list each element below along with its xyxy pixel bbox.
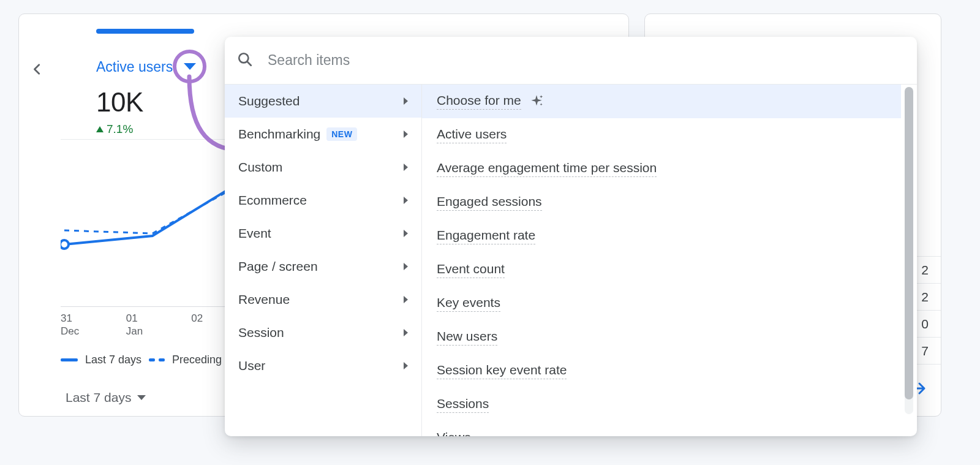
category-item[interactable]: Session: [225, 316, 421, 349]
chevron-right-icon: [404, 263, 408, 270]
metric-item-label: Active users: [437, 127, 507, 143]
metric-item[interactable]: Choose for me: [422, 85, 901, 118]
svg-point-0: [61, 240, 69, 249]
metric-item-label: Sessions: [437, 396, 489, 413]
date-range-label: Last 7 days: [66, 390, 131, 405]
search-icon: [237, 51, 253, 70]
category-label: Custom: [238, 160, 282, 175]
metric-change: 7.1%: [96, 123, 206, 136]
category-label: Suggested: [238, 94, 300, 108]
cell-value: 0: [921, 317, 929, 331]
metric-block: Active users 10K 7.1%: [96, 51, 206, 136]
category-label: Event: [238, 226, 271, 241]
metric-item-label: Average engagement time per session: [437, 161, 657, 177]
legend-swatch-solid: [61, 358, 78, 361]
category-item[interactable]: Event: [225, 217, 421, 250]
chevron-right-icon: [404, 164, 408, 171]
category-column: SuggestedBenchmarkingNEWCustomEcommerceE…: [225, 85, 422, 436]
chevron-right-icon: [404, 230, 408, 237]
metric-item-label: Engagement rate: [437, 228, 535, 244]
metric-item[interactable]: Key events: [422, 287, 901, 320]
cell-value: 2: [921, 263, 929, 278]
metric-item[interactable]: Event count: [422, 253, 901, 287]
arrow-up-icon: [96, 126, 104, 132]
prev-button[interactable]: [31, 58, 44, 83]
legend-current: Last 7 days: [85, 353, 141, 366]
category-label: Session: [238, 325, 284, 340]
category-label: User: [238, 358, 265, 373]
tick-day: 31: [61, 312, 126, 325]
date-range-selector[interactable]: Last 7 days: [66, 390, 146, 405]
cell-value: 7: [921, 344, 929, 358]
metric-title-text: Active users: [96, 59, 173, 75]
category-item[interactable]: User: [225, 349, 421, 382]
metric-dropdown[interactable]: Active users: [96, 51, 206, 83]
metric-item[interactable]: Engagement rate: [422, 219, 901, 253]
category-item[interactable]: BenchmarkingNEW: [225, 118, 421, 151]
metric-item[interactable]: New users: [422, 320, 901, 354]
metric-item-label: Key events: [437, 295, 500, 312]
metric-item-label: Choose for me: [437, 93, 521, 110]
chevron-right-icon: [404, 97, 408, 105]
category-item[interactable]: Ecommerce: [225, 184, 421, 217]
metric-caret-button[interactable]: [173, 50, 206, 83]
caret-down-icon: [184, 63, 196, 70]
tick-day: 01: [126, 312, 192, 325]
search-bar: [225, 37, 917, 85]
sparkle-icon: [529, 94, 545, 110]
metric-item[interactable]: Sessions: [422, 388, 901, 422]
category-item[interactable]: Page / screen: [225, 250, 421, 283]
metric-item[interactable]: Engaged sessions: [422, 186, 901, 219]
metric-item[interactable]: Views: [422, 422, 901, 436]
chevron-right-icon: [404, 362, 408, 369]
tick-mon: Dec: [61, 325, 126, 338]
metric-value: 10K: [96, 87, 206, 118]
chevron-right-icon: [404, 197, 408, 204]
metric-picker-popup: SuggestedBenchmarkingNEWCustomEcommerceE…: [225, 37, 917, 436]
svg-line-2: [247, 61, 251, 65]
metric-item-label: Event count: [437, 262, 505, 278]
category-label: Benchmarking: [238, 127, 320, 142]
items-column: Choose for meActive usersAverage engagem…: [422, 85, 917, 436]
new-badge: NEW: [326, 127, 357, 141]
metric-item-label: Engaged sessions: [437, 194, 542, 211]
cell-value: 2: [921, 290, 929, 304]
search-input[interactable]: [266, 51, 905, 69]
category-item[interactable]: Custom: [225, 151, 421, 184]
scrollbar-thumb[interactable]: [905, 87, 913, 399]
chevron-right-icon: [404, 130, 408, 138]
tick-mon: Jan: [126, 325, 192, 338]
category-label: Page / screen: [238, 259, 318, 274]
metric-item-label: Views: [437, 430, 471, 436]
category-label: Ecommerce: [238, 193, 307, 208]
category-item[interactable]: Suggested: [225, 85, 421, 118]
metric-item-label: New users: [437, 329, 497, 346]
legend-swatch-dash: [149, 358, 165, 361]
category-label: Revenue: [238, 292, 290, 307]
metric-item[interactable]: Session key event rate: [422, 354, 901, 388]
chevron-right-icon: [404, 296, 408, 303]
tab-indicator: [96, 29, 194, 34]
category-item[interactable]: Revenue: [225, 283, 421, 316]
chevron-right-icon: [404, 329, 408, 336]
caret-down-icon: [137, 395, 146, 400]
metric-item-label: Session key event rate: [437, 363, 567, 379]
metric-item[interactable]: Active users: [422, 118, 901, 152]
metric-item[interactable]: Average engagement time per session: [422, 152, 901, 186]
metric-change-text: 7.1%: [107, 123, 133, 136]
